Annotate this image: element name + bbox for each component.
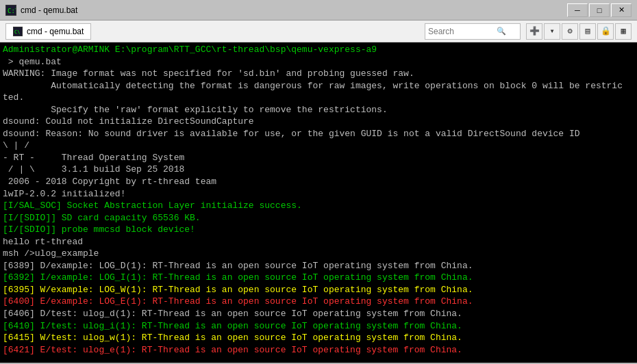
toolbar-icons: ➕ ▾ ⚙ ▤ 🔒 ▦ [526, 23, 632, 40]
title-bar-left: C:\ cmd - qemu.bat [5, 5, 77, 16]
tab-cmd-icon: C\ [13, 27, 23, 36]
maximize-button[interactable]: □ [589, 3, 610, 17]
title-bar-title: cmd - qemu.bat [21, 5, 77, 15]
lock-icon[interactable]: 🔒 [597, 23, 614, 40]
tab-label: cmd - qemu.bat [27, 27, 84, 36]
terminal-line: dsound: Could not initialize DirectSound… [3, 116, 634, 128]
title-bar: C:\ cmd - qemu.bat ─ □ ✕ [0, 0, 637, 21]
terminal-line: - RT - Thread Operating System [3, 152, 634, 164]
search-box[interactable]: 🔍 [425, 23, 521, 40]
terminal-line: [6392] I/example: LOG_I(1): RT-Thread is… [3, 272, 634, 284]
terminal-line: [6410] I/test: ulog_i(1): RT-Thread is a… [3, 320, 634, 333]
terminal-line: WARNING: Image format was not specified … [3, 68, 634, 80]
terminal-line: 2006 - 2018 Copyright by rt-thread team [3, 176, 634, 188]
close-button[interactable]: ✕ [611, 3, 632, 17]
terminal-line: [I/[SDIO]] SD card capacity 65536 KB. [3, 212, 634, 224]
terminal-line: [6389] D/example: LOG_D(1): RT-Thread is… [3, 260, 634, 272]
terminal-line: [6415] W/test: ulog_w(1): RT-Thread is a… [3, 332, 634, 344]
search-icon[interactable]: 🔍 [497, 27, 506, 36]
settings-icon[interactable]: ⚙ [562, 23, 578, 40]
terminal-line: lwIP-2.0.2 initialized! [3, 188, 634, 200]
terminal-line: Specify the 'raw' format explicitly to r… [3, 104, 634, 116]
terminal-line: dsound: Reason: No sound driver is avail… [3, 128, 634, 140]
terminal-line: hello rt-thread [3, 236, 634, 248]
terminal-line: [I/SAL_SOC] Socket Abstraction Layer ini… [3, 200, 634, 212]
terminal-line: ted. [3, 92, 634, 104]
terminal-line: [6421] E/test: ulog_e(1): RT-Thread is a… [3, 344, 634, 356]
terminal-line: [6400] E/example: LOG_E(1): RT-Thread is… [3, 296, 634, 308]
search-input[interactable] [428, 27, 497, 36]
terminal-line: [I/[SDIO]] probe mmcsd block device! [3, 224, 634, 236]
tab-cmd[interactable]: C\ cmd - qemu.bat [5, 23, 91, 40]
terminal-line: Administrator@ARMINK E:\program\RTT_GCC\… [3, 44, 634, 56]
terminal-line: msh />ulog_example [3, 248, 634, 260]
tab-bar: C\ cmd - qemu.bat 🔍 ➕ ▾ ⚙ ▤ 🔒 ▦ [0, 21, 637, 42]
dropdown-icon[interactable]: ▾ [544, 23, 560, 40]
terminal-line: Automatically detecting the format is da… [3, 80, 634, 92]
terminal-line: \ | / [3, 140, 634, 152]
cmd-icon: C:\ [5, 5, 16, 16]
view-icon[interactable]: ▦ [615, 23, 632, 40]
terminal-line: [6395] W/example: LOG_W(1): RT-Thread is… [3, 284, 634, 296]
svg-text:C:\: C:\ [8, 8, 16, 14]
title-bar-controls: ─ □ ✕ [567, 3, 632, 17]
layout-icon[interactable]: ▤ [579, 23, 596, 40]
svg-text:C\: C\ [14, 29, 20, 35]
terminal-line: > qemu.bat [3, 56, 634, 68]
terminal: Administrator@ARMINK E:\program\RTT_GCC\… [0, 42, 637, 363]
minimize-button[interactable]: ─ [567, 3, 588, 17]
terminal-line: [6406] D/test: ulog_d(1): RT-Thread is a… [3, 308, 634, 320]
new-tab-icon[interactable]: ➕ [526, 23, 542, 40]
terminal-line: / | \ 3.1.1 build Sep 25 2018 [3, 164, 634, 176]
